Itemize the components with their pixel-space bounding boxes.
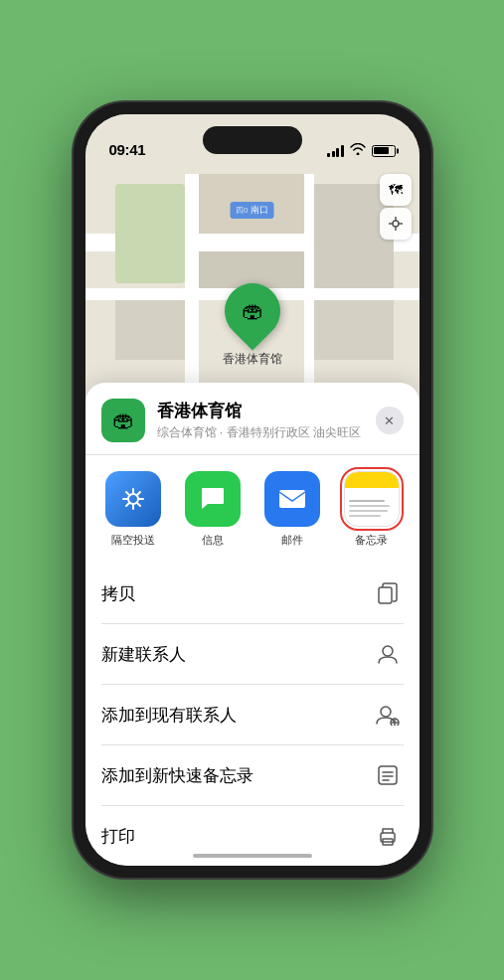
venue-name: 香港体育馆 bbox=[157, 400, 376, 422]
map-view-button[interactable]: 🗺 bbox=[380, 174, 412, 206]
notes-label: 备忘录 bbox=[355, 533, 388, 548]
notes-icon bbox=[344, 471, 400, 527]
action-add-existing[interactable]: 添加到现有联系人 bbox=[101, 685, 404, 745]
share-item-mail[interactable]: 邮件 bbox=[256, 471, 328, 548]
mail-label: 邮件 bbox=[281, 533, 303, 548]
phone-screen: 09:41 bbox=[85, 114, 420, 866]
wifi-icon bbox=[350, 143, 366, 158]
share-item-airdrop[interactable]: 隔空投送 bbox=[97, 471, 169, 548]
share-item-messages[interactable]: 信息 bbox=[177, 471, 249, 548]
battery-icon bbox=[372, 145, 396, 157]
svg-rect-6 bbox=[279, 490, 305, 508]
sheet-header: 🏟 香港体育馆 综合体育馆 · 香港特别行政区 油尖旺区 ✕ bbox=[85, 383, 420, 455]
action-new-contact[interactable]: 新建联系人 bbox=[101, 624, 404, 685]
pin-label: 香港体育馆 bbox=[223, 351, 282, 368]
signal-bars-icon bbox=[327, 145, 344, 157]
svg-point-9 bbox=[381, 707, 391, 717]
map-controls: 🗺 bbox=[380, 174, 412, 240]
action-list: 拷贝 新建联系人 bbox=[85, 564, 420, 866]
print-label: 打印 bbox=[101, 825, 135, 848]
action-copy[interactable]: 拷贝 bbox=[101, 564, 404, 624]
action-add-quick-note[interactable]: 添加到新快速备忘录 bbox=[101, 745, 404, 806]
airdrop-label: 隔空投送 bbox=[111, 533, 155, 548]
venue-info: 香港体育馆 综合体育馆 · 香港特别行政区 油尖旺区 bbox=[157, 400, 376, 441]
location-pin: 🏟 香港体育馆 bbox=[223, 283, 282, 368]
pin-circle: 🏟 bbox=[213, 271, 291, 350]
share-item-more[interactable]: 推 bbox=[416, 471, 420, 548]
venue-icon: 🏟 bbox=[101, 399, 145, 442]
dynamic-island bbox=[203, 126, 302, 154]
add-existing-icon bbox=[372, 699, 404, 731]
status-time: 09:41 bbox=[109, 141, 146, 158]
new-contact-label: 新建联系人 bbox=[101, 643, 186, 666]
svg-point-8 bbox=[383, 646, 393, 656]
close-button[interactable]: ✕ bbox=[376, 407, 404, 434]
add-quick-note-label: 添加到新快速备忘录 bbox=[101, 764, 253, 787]
add-quick-note-icon bbox=[372, 759, 404, 791]
messages-icon bbox=[185, 471, 241, 527]
bottom-sheet: 🏟 香港体育馆 综合体育馆 · 香港特别行政区 油尖旺区 ✕ bbox=[85, 383, 420, 866]
messages-label: 信息 bbox=[202, 533, 224, 548]
pin-icon: 🏟 bbox=[242, 298, 263, 324]
phone-frame: 09:41 bbox=[74, 102, 431, 878]
map-label: 四0 南口 bbox=[230, 202, 274, 219]
copy-icon bbox=[372, 577, 404, 609]
share-row: 隔空投送 信息 bbox=[85, 455, 420, 564]
venue-subtitle: 综合体育馆 · 香港特别行政区 油尖旺区 bbox=[157, 424, 376, 441]
mail-icon bbox=[264, 471, 320, 527]
new-contact-icon bbox=[372, 638, 404, 670]
svg-rect-7 bbox=[379, 587, 392, 603]
add-existing-label: 添加到现有联系人 bbox=[101, 704, 237, 727]
share-item-notes[interactable]: 备忘录 bbox=[336, 471, 408, 548]
status-icons bbox=[327, 143, 396, 158]
print-icon bbox=[372, 820, 404, 852]
svg-point-0 bbox=[393, 221, 399, 227]
svg-rect-13 bbox=[379, 766, 397, 784]
home-indicator bbox=[193, 854, 312, 858]
location-button[interactable] bbox=[380, 208, 412, 240]
copy-label: 拷贝 bbox=[101, 582, 135, 605]
airdrop-icon bbox=[105, 471, 161, 527]
